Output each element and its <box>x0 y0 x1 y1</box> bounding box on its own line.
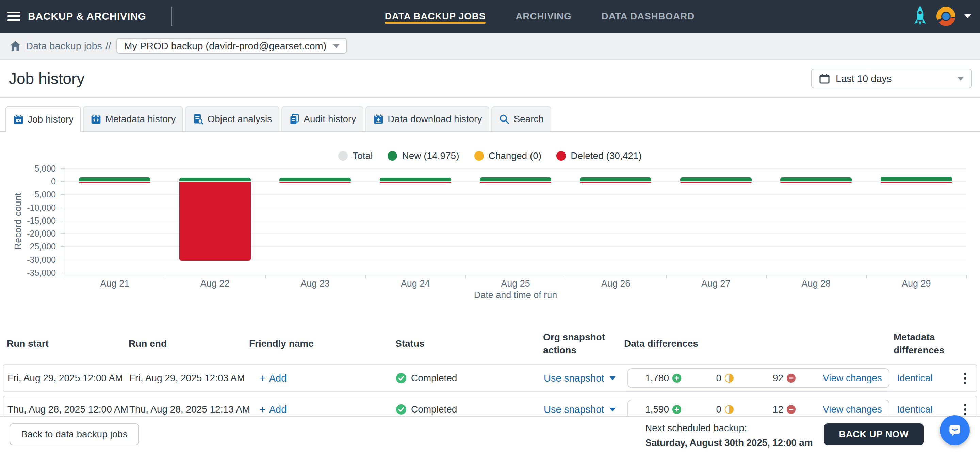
page-header: Job history Last 10 days <box>0 60 980 97</box>
x-tick-mark <box>265 275 266 279</box>
add-friendly-name-button[interactable]: +Add <box>250 403 396 416</box>
footer-bar: Back to data backup jobs Next scheduled … <box>0 416 980 452</box>
tab-audit-history[interactable]: Audit history <box>282 106 363 131</box>
y-tick-mark <box>60 169 65 169</box>
legend-total-label: Total <box>353 150 372 161</box>
add-friendly-name-button[interactable]: +Add <box>250 372 396 385</box>
back-up-now-button[interactable]: BACK UP NOW <box>824 423 924 445</box>
calendar-icon <box>819 73 830 84</box>
col-data-differences: Data differences <box>624 337 894 350</box>
legend-total[interactable]: Total <box>338 150 372 161</box>
plus-icon: + <box>259 372 266 385</box>
bar-deleted-aug-23[interactable] <box>279 182 351 183</box>
tab-label: Search <box>514 114 544 124</box>
bar-deleted-aug-21[interactable] <box>79 182 150 183</box>
bar-new-aug-23[interactable] <box>279 178 351 181</box>
bar-deleted-aug-26[interactable] <box>580 182 651 183</box>
next-scheduled-backup: Next scheduled backup: Saturday, August … <box>645 421 813 450</box>
navbar-divider <box>172 7 172 26</box>
use-snapshot-dropdown[interactable]: Use snapshot <box>544 404 625 415</box>
x-tick-mark <box>566 275 566 279</box>
bar-new-aug-21[interactable] <box>79 177 150 181</box>
chat-widget-button[interactable] <box>940 415 970 445</box>
tab-label: Object analysis <box>207 114 272 124</box>
rocket-icon[interactable] <box>913 6 928 27</box>
metadata-identical-link[interactable]: Identical <box>894 373 953 384</box>
gridline <box>65 260 966 260</box>
bar-new-aug-24[interactable] <box>380 178 451 181</box>
legend-changed[interactable]: Changed (0) <box>474 150 542 161</box>
snapshot-caret-icon <box>609 376 616 380</box>
x-tick-label: Aug 29 <box>875 279 957 289</box>
nav-archiving[interactable]: ARCHIVING <box>515 0 571 33</box>
legend-deleted[interactable]: Deleted (30,421) <box>556 150 642 161</box>
next-backup-label: Next scheduled backup: <box>645 421 813 435</box>
x-tick-label: Aug 22 <box>174 279 256 289</box>
header-divider <box>0 97 980 98</box>
top-navbar: BACKUP & ARCHIVING DATA BACKUP JOBS ARCH… <box>0 0 980 33</box>
bar-deleted-aug-28[interactable] <box>780 182 852 183</box>
status-label: Completed <box>411 373 457 384</box>
tab-label: Metadata history <box>105 114 176 124</box>
y-tick-mark <box>60 234 65 234</box>
row-menu-kebab-icon[interactable] <box>953 404 977 415</box>
legend-new[interactable]: New (14,975) <box>388 150 459 161</box>
tab-data-download-history[interactable]: Data download history <box>366 106 489 131</box>
bar-new-aug-29[interactable] <box>881 177 952 181</box>
run-end-cell: Fri, Aug 29, 2025 12:03 AM <box>129 373 250 384</box>
metadata-identical-link[interactable]: Identical <box>894 404 953 415</box>
back-to-jobs-button[interactable]: Back to data backup jobs <box>10 423 139 445</box>
legend-total-dot <box>338 151 348 161</box>
breadcrumb-section[interactable]: Data backup jobs <box>26 40 102 52</box>
x-tick-label: Aug 28 <box>775 279 857 289</box>
nav-data-dashboard[interactable]: DATA DASHBOARD <box>601 0 695 33</box>
home-icon[interactable] <box>10 40 21 51</box>
bar-deleted-aug-27[interactable] <box>680 182 752 183</box>
tab-search[interactable]: Search <box>492 106 551 131</box>
y-axis-title: Record count <box>13 167 24 276</box>
snapshot-caret-icon <box>609 408 616 412</box>
x-tick-mark <box>966 275 967 279</box>
bar-new-aug-26[interactable] <box>580 177 651 181</box>
run-start-cell: Fri, Aug 29, 2025 12:00 AM <box>8 373 129 384</box>
view-changes-link[interactable]: View changes <box>823 369 882 387</box>
bar-deleted-aug-22[interactable] <box>179 182 251 261</box>
use-snapshot-dropdown[interactable]: Use snapshot <box>544 373 625 384</box>
nav-data-backup-jobs[interactable]: DATA BACKUP JOBS <box>385 0 485 33</box>
tab-metadata-history[interactable]: Metadata history <box>83 106 183 131</box>
breadcrumb: Data backup jobs // My PROD backup (davi… <box>0 33 980 60</box>
table-header: Run start Run end Friendly name Status O… <box>3 329 977 358</box>
x-tick-mark <box>766 275 767 279</box>
x-tick-label: Aug 27 <box>675 279 757 289</box>
user-avatar-gearset-logo[interactable] <box>937 7 956 26</box>
user-menu-caret-icon[interactable] <box>964 14 971 18</box>
bar-deleted-aug-29[interactable] <box>881 182 952 183</box>
tab-object-analysis[interactable]: Object analysis <box>185 106 279 131</box>
app-title: BACKUP & ARCHIVING <box>28 11 146 22</box>
bar-deleted-aug-24[interactable] <box>380 182 451 183</box>
date-range-caret-icon <box>958 77 964 81</box>
tab-job-history[interactable]: Job history <box>5 106 81 132</box>
legend-changed-label: Changed (0) <box>488 150 542 161</box>
changed-half-icon <box>725 374 733 383</box>
bar-new-aug-22[interactable] <box>179 178 251 181</box>
bar-new-aug-27[interactable] <box>680 177 752 181</box>
backup-archiving-app: BACKUP & ARCHIVING DATA BACKUP JOBS ARCH… <box>0 0 980 452</box>
breadcrumb-separator: // <box>105 40 111 52</box>
row-menu-kebab-icon[interactable] <box>953 373 977 384</box>
gridline <box>65 181 966 182</box>
status-label: Completed <box>411 404 457 415</box>
x-tick-label: Aug 26 <box>575 279 656 289</box>
gridline <box>65 208 966 208</box>
plus-icon: + <box>259 403 266 416</box>
y-axis-line <box>65 169 65 275</box>
bar-new-aug-28[interactable] <box>780 177 852 181</box>
hamburger-menu-icon[interactable] <box>8 11 21 21</box>
gridline <box>65 234 966 234</box>
bar-deleted-aug-25[interactable] <box>480 182 551 183</box>
job-selector[interactable]: My PROD backup (davidr-prod@gearset.com) <box>116 38 347 54</box>
bar-new-aug-25[interactable] <box>480 177 551 181</box>
job-selector-caret-icon <box>333 44 339 48</box>
date-range-select[interactable]: Last 10 days <box>811 69 972 89</box>
legend-new-dot <box>388 151 397 161</box>
